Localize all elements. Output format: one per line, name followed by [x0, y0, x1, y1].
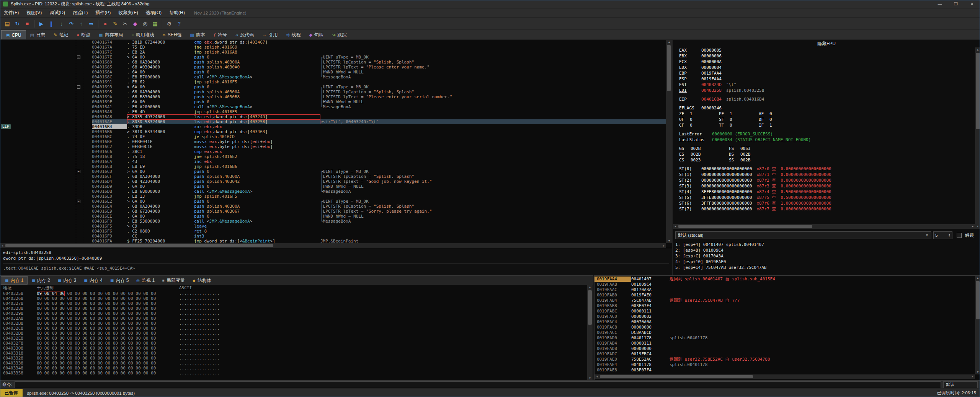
- stack-value[interactable]: 0019FAE0: [631, 293, 670, 298]
- scroll-left-icon[interactable]: ◄: [673, 225, 678, 228]
- scissors-icon[interactable]: ✂: [120, 19, 130, 28]
- disasm-row[interactable]: 004016DB. E8 68000000call <JMP.&MessageB…: [0, 189, 666, 194]
- dump-tab-dump1[interactable]: ▦内存 1: [1, 276, 28, 285]
- disasm-row[interactable]: 004016EE. 6A 00push 0│HWND hWnd = NULL: [0, 214, 666, 219]
- stack-value[interactable]: 001009C4: [631, 282, 670, 287]
- scroll-track[interactable]: [599, 374, 970, 379]
- stack-row[interactable]: 0019FAC800000000: [595, 325, 974, 330]
- stack-row[interactable]: 0019FAE400401178splish.00401178: [595, 362, 974, 368]
- flag-of[interactable]: OF0: [679, 117, 719, 122]
- flag-if[interactable]: IF1: [759, 122, 799, 128]
- register-value[interactable]: 00000006: [701, 54, 722, 59]
- disasm-row[interactable]: 004016C2. 0FBE0C1Emovsx ecx,byte ptr ds:…: [0, 144, 666, 149]
- disasm-row[interactable]: −004016E2> 6A 00push 0┌UINT uType = MB_O…: [0, 199, 666, 204]
- argument-row[interactable]: 4: [esp+10] 0019FAE0: [675, 259, 974, 265]
- register-row[interactable]: EFLAGS00000246: [679, 105, 974, 111]
- register-value[interactable]: 0000000A: [701, 59, 722, 64]
- disasm-row[interactable]: 004016BE. 0FBE041Fmovsx eax,byte ptr ds:…: [0, 139, 666, 144]
- disasm-row[interactable]: 004016AE. 8D3D 58324000lea edi,dword ptr…: [0, 119, 666, 124]
- scroll-thumb[interactable]: [588, 290, 592, 325]
- disasm-row[interactable]: 004016A1. E8 A2000000call <JMP.&MessageB…: [0, 104, 666, 109]
- stepper-arrows-icon[interactable]: ▲▼: [948, 233, 951, 237]
- flag-af[interactable]: AF0: [759, 111, 799, 117]
- stack-row[interactable]: 0019FACCDC8AABCD: [595, 330, 974, 335]
- disasm-row[interactable]: 004016B6> 381D 63344000cmp ebx,dword ptr…: [0, 129, 666, 134]
- search-icon[interactable]: ◎: [140, 19, 150, 28]
- disasm-row[interactable]: 0040167C. EB 2Ajmp splish.4016A8: [0, 50, 666, 55]
- settings-icon[interactable]: ⚙: [164, 19, 174, 28]
- stack-value[interactable]: 00000111: [631, 309, 670, 314]
- fpu-row[interactable]: ST(0)00000000000000000000x87r0 空0.000000…: [679, 166, 974, 172]
- dump-tab-watch1[interactable]: ◎监视 1: [132, 276, 158, 285]
- stack-row[interactable]: 0019FAD000401178splish.00401178: [595, 335, 974, 341]
- maximize-icon[interactable]: ❐: [948, 0, 964, 8]
- collapse-icon[interactable]: −: [77, 170, 80, 173]
- calling-convention-select[interactable]: 默认 (stdcall) ▼: [675, 231, 931, 239]
- dump-row[interactable]: 0040329800 00 00 00 00 00 00 00 00 00 00…: [0, 311, 593, 316]
- stack-value[interactable]: 00401407: [631, 277, 670, 282]
- collapse-icon[interactable]: −: [77, 200, 80, 203]
- stack-row[interactable]: 0019FAB00019FAE0: [595, 293, 974, 298]
- flag-zf[interactable]: ZF1: [679, 111, 719, 117]
- favourites-icon[interactable]: ◆: [130, 19, 140, 28]
- disasm-row[interactable]: 0040169F. 6A 00push 0│HWND hWnd = NULL: [0, 99, 666, 104]
- stack-row[interactable]: 0019FAE8003F07F4: [595, 368, 974, 373]
- dump-row[interactable]: 004032A800 00 00 00 00 00 00 00 00 00 00…: [0, 316, 593, 321]
- disasm-row[interactable]: 004016CF. 68 0A304000push splish.40300A│…: [0, 174, 666, 179]
- tab-threads[interactable]: ⇉线程: [282, 30, 305, 39]
- dump-vscrollbar[interactable]: ▲ ▼: [587, 285, 593, 381]
- step-into-icon[interactable]: ↓: [56, 19, 66, 28]
- register-row[interactable]: EIP004016B4splish.004016B4: [679, 96, 974, 102]
- scroll-up-icon[interactable]: ▲: [977, 47, 978, 52]
- disasm-row[interactable]: 00401674. 381D 67344000cmp ebx,dword ptr…: [0, 40, 666, 45]
- dump-row[interactable]: 004032B800 00 00 00 00 00 00 00 00 00 00…: [0, 321, 593, 326]
- menu-item-2[interactable]: 调试(D): [46, 8, 69, 17]
- disasm-row[interactable]: 0040168C. E8 B7000000call <JMP.&MessageB…: [0, 75, 666, 80]
- stack-value[interactable]: 75C047AB: [631, 298, 670, 303]
- tab-breakpoints[interactable]: ●断点: [72, 30, 95, 39]
- stack-row[interactable]: 0019FAD800000000: [595, 346, 974, 351]
- disasm-row[interactable]: 004016F0. E8 53000000call <JMP.&MessageB…: [0, 219, 666, 224]
- register-value[interactable]: 0040324D: [701, 82, 722, 87]
- scroll-up-icon[interactable]: ▲: [589, 285, 591, 290]
- flag-pf[interactable]: PF1: [719, 111, 759, 117]
- argument-row[interactable]: 1: [esp+4] 00401407 splish.00401407: [675, 242, 974, 247]
- dump-row[interactable]: 0040330800 00 00 00 00 00 00 00 00 00 00…: [0, 346, 593, 351]
- stack-value[interactable]: 00000000: [631, 346, 670, 351]
- tab-log[interactable]: ▤日志: [26, 30, 49, 39]
- flag-value[interactable]: 0: [730, 123, 732, 128]
- disasm-row[interactable]: 004016CA. 43inc ebx: [0, 159, 666, 164]
- dump-row[interactable]: 004032C800 00 00 00 00 00 00 00 00 00 00…: [0, 326, 593, 331]
- scroll-thumb[interactable]: [976, 53, 980, 129]
- menu-item-3[interactable]: 跟踪(T): [69, 8, 91, 17]
- flag-value[interactable]: 0: [769, 111, 772, 116]
- menu-item-5[interactable]: 收藏夹(F): [114, 8, 142, 17]
- stack-row[interactable]: 0019FABC00000111: [595, 309, 974, 314]
- pause-icon[interactable]: ∥: [46, 19, 56, 28]
- stack-row[interactable]: 0019FAB8003F07F4: [595, 303, 974, 309]
- register-row[interactable]: EBX00000006: [679, 53, 974, 59]
- tab-trace[interactable]: ↝跟踪: [328, 30, 351, 39]
- minimize-icon[interactable]: —: [932, 0, 948, 8]
- registers-vscrollbar[interactable]: ▲ ▼: [975, 47, 980, 229]
- scroll-thumb[interactable]: [667, 45, 671, 91]
- watched-bytes[interactable]: 09 08 04 06: [37, 291, 65, 296]
- step-over-icon[interactable]: ↷: [66, 19, 76, 28]
- dump-row[interactable]: 0040331800 00 00 00 00 00 00 00 00 00 00…: [0, 351, 593, 356]
- dump-row[interactable]: 0040326800 00 00 00 00 00 00 00 00 00 00…: [0, 296, 593, 301]
- run-to-cursor-icon[interactable]: ⇒: [86, 19, 96, 28]
- scroll-track[interactable]: [975, 280, 980, 370]
- flag-value[interactable]: 0: [690, 117, 693, 122]
- scroll-track[interactable]: [587, 290, 593, 376]
- disasm-vscrollbar[interactable]: ▲ ▼: [666, 40, 672, 243]
- register-row[interactable]: EBP0019FAA4: [679, 70, 974, 76]
- register-value[interactable]: 004016B4: [701, 97, 722, 102]
- segment-es[interactable]: ES002B: [679, 151, 729, 157]
- disasm-row[interactable]: 004016F5> C9leave: [0, 224, 666, 229]
- tab-script[interactable]: ▥脚本: [186, 30, 209, 39]
- scroll-right-icon[interactable]: ►: [970, 375, 975, 378]
- collapse-icon[interactable]: −: [77, 55, 80, 59]
- stack-value[interactable]: 00000000: [631, 325, 670, 330]
- tab-handles[interactable]: ◆句柄: [305, 30, 327, 39]
- flag-value[interactable]: 1: [769, 123, 772, 128]
